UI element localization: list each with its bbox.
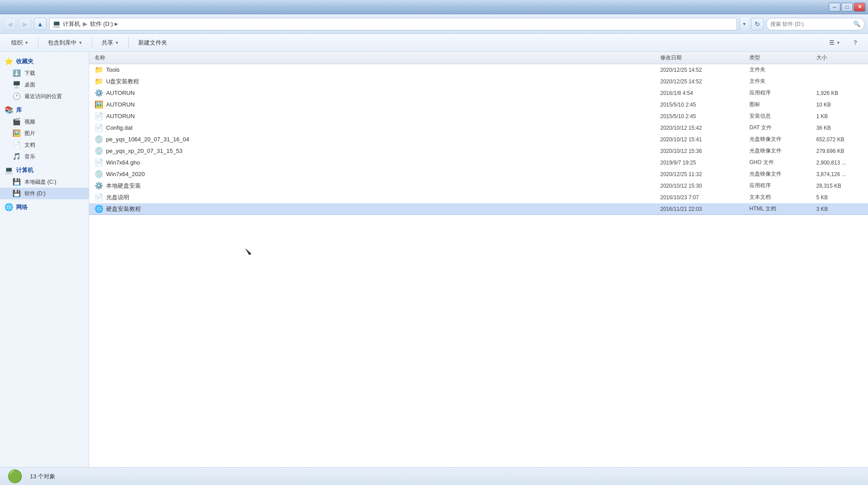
file-size-cell: 2,900,813 ... [813, 160, 866, 166]
sidebar-library-label: 库 [16, 106, 22, 114]
search-bar[interactable]: 🔍 [766, 18, 864, 30]
file-name: AUTORUN [106, 101, 135, 108]
status-bar: 🟢 13 个对象 [0, 467, 868, 485]
file-size-cell: 36 KB [813, 125, 866, 131]
view-icon: ☰ [829, 39, 835, 46]
sidebar-header-library[interactable]: 📚 库 [0, 104, 89, 116]
file-date-cell: 2015/5/10 2:45 [657, 113, 746, 119]
file-name-cell: 📁U盘安装教程 [91, 77, 657, 86]
sidebar-header-computer[interactable]: 💻 计算机 [0, 164, 89, 176]
sidebar-download-label: 下载 [25, 70, 35, 77]
file-name: Win7x64.gho [106, 159, 140, 166]
sidebar-item-desktop[interactable]: 🖥️ 桌面 [0, 79, 89, 90]
column-headers: 名称 修改日期 类型 大小 [89, 52, 868, 64]
toolbar-sep-3 [128, 37, 129, 48]
sidebar-item-pictures[interactable]: 🖼️ 图片 [0, 127, 89, 139]
file-name: 硬盘安装教程 [106, 205, 141, 213]
col-header-modified[interactable]: 修改日期 [657, 54, 746, 62]
forward-button[interactable]: ▶ [19, 18, 31, 30]
sidebar-item-download[interactable]: ⬇️ 下载 [0, 67, 89, 79]
file-type-cell: 文件夹 [746, 78, 813, 85]
col-header-size[interactable]: 大小 [813, 54, 866, 62]
file-size-cell: 28,315 KB [813, 183, 866, 189]
file-type-cell: DAT 文件 [746, 124, 813, 132]
address-bar[interactable]: 💻 计算机 ▶ 软件 (D:) ▶ [49, 18, 737, 30]
file-icon: ⚙️ [95, 181, 103, 190]
file-type-cell: 文本文档 [746, 193, 813, 201]
table-row[interactable]: ⚙️AUTORUN2016/1/8 4:54应用程序1,926 KB [89, 87, 868, 99]
sidebar-section-computer: 💻 计算机 💾 本地磁盘 (C:) 💾 软件 (D:) [0, 164, 89, 199]
maximize-button[interactable]: □ [841, 3, 853, 12]
view-button[interactable]: ☰ ▼ [823, 36, 846, 49]
table-row[interactable]: 💿pe_yqs_1064_20_07_31_16_042020/10/12 15… [89, 134, 868, 145]
table-row[interactable]: 📄光盘说明2016/10/23 7:07文本文档5 KB [89, 192, 868, 203]
file-name: AUTORUN [106, 113, 135, 119]
file-name: AUTORUN [106, 90, 135, 96]
table-row[interactable]: 📄AUTORUN2015/5/10 2:45安装信息1 KB [89, 111, 868, 122]
organize-button[interactable]: 组织 ▼ [5, 36, 34, 49]
breadcrumb-sep: ▶ [83, 21, 87, 27]
file-name-cell: 🖼️AUTORUN [91, 100, 657, 109]
refresh-button[interactable]: ↻ [751, 18, 764, 30]
main-layout: ⭐ 收藏夹 ⬇️ 下载 🖥️ 桌面 🕐 最近访问的位置 📚 库 🎬 [0, 52, 868, 467]
table-row[interactable]: 📄Win7x64.gho2019/9/7 19:25GHO 文件2,900,81… [89, 157, 868, 169]
table-row[interactable]: 📄Config.dat2020/10/12 15:42DAT 文件36 KB [89, 122, 868, 134]
file-date-cell: 2016/11/21 22:03 [657, 206, 746, 212]
sidebar-item-music[interactable]: 🎵 音乐 [0, 151, 89, 162]
sidebar-recent-label: 最近访问的位置 [25, 93, 62, 100]
table-row[interactable]: 🌐硬盘安装教程2016/11/21 22:03HTML 文档3 KB [89, 203, 868, 215]
sidebar-item-documents[interactable]: 📄 文档 [0, 139, 89, 151]
navigation-bar: ◀ ▶ ▲ 💻 计算机 ▶ 软件 (D:) ▶ ▼ ↻ 🔍 [0, 14, 868, 34]
sidebar-section-network: 🌐 网络 [0, 201, 89, 213]
sidebar-section-library: 📚 库 🎬 视频 🖼️ 图片 📄 文档 🎵 音乐 [0, 104, 89, 162]
file-type-cell: 光盘映像文件 [746, 136, 813, 143]
window-controls: ─ □ ✕ [829, 3, 865, 12]
close-button[interactable]: ✕ [854, 3, 865, 12]
help-button[interactable]: ? [848, 36, 863, 49]
sidebar-header-network[interactable]: 🌐 网络 [0, 201, 89, 213]
address-dropdown[interactable]: ▼ [740, 18, 749, 30]
share-button[interactable]: 共享 ▼ [96, 36, 125, 49]
sidebar-desktop-label: 桌面 [25, 81, 35, 89]
search-input[interactable] [770, 21, 852, 27]
file-icon: 🌐 [95, 205, 103, 213]
file-icon: 📄 [95, 123, 103, 132]
sidebar-item-recent[interactable]: 🕐 最近访问的位置 [0, 90, 89, 102]
new-folder-button[interactable]: 新建文件夹 [132, 36, 173, 49]
file-name-cell: ⚙️本地硬盘安装 [91, 181, 657, 190]
favorites-icon: ⭐ [4, 57, 13, 66]
table-row[interactable]: ⚙️本地硬盘安装2020/10/12 15:30应用程序28,315 KB [89, 180, 868, 192]
sidebar-item-c-drive[interactable]: 💾 本地磁盘 (C:) [0, 176, 89, 188]
table-row[interactable]: 💿Win7x64_20202020/12/25 11:32光盘映像文件3,874… [89, 169, 868, 180]
sidebar-item-video[interactable]: 🎬 视频 [0, 116, 89, 127]
col-header-name[interactable]: 名称 [91, 54, 657, 62]
col-header-type[interactable]: 类型 [746, 54, 813, 62]
search-icon[interactable]: 🔍 [853, 21, 860, 27]
sidebar-music-label: 音乐 [25, 153, 35, 160]
sidebar-computer-label: 计算机 [16, 166, 33, 174]
file-name-cell: ⚙️AUTORUN [91, 89, 657, 97]
pictures-icon: 🖼️ [12, 129, 21, 137]
minimize-button[interactable]: ─ [829, 3, 840, 12]
file-name-cell: 💿Win7x64_2020 [91, 170, 657, 178]
sidebar-item-d-drive[interactable]: 💾 软件 (D:) [0, 188, 89, 199]
file-icon: 📄 [95, 193, 103, 201]
file-name: pe_yqs_1064_20_07_31_16_04 [106, 136, 189, 143]
file-name-cell: 📄Config.dat [91, 123, 657, 132]
sidebar-header-favorites[interactable]: ⭐ 收藏夹 [0, 55, 89, 67]
file-name: Config.dat [106, 124, 132, 131]
table-row[interactable]: 💿pe_yqs_xp_20_07_31_15_532020/10/12 15:3… [89, 145, 868, 157]
back-button[interactable]: ◀ [4, 18, 16, 30]
file-icon: 📁 [95, 77, 103, 86]
up-button[interactable]: ▲ [34, 18, 46, 30]
file-date-cell: 2020/10/12 15:30 [657, 183, 746, 189]
file-name-cell: 💿pe_yqs_1064_20_07_31_16_04 [91, 135, 657, 144]
table-row[interactable]: 📁Tools2020/12/25 14:52文件夹 [89, 64, 868, 76]
file-size-cell: 279,696 KB [813, 148, 866, 154]
library-button[interactable]: 包含到库中 ▼ [42, 36, 88, 49]
sidebar-section-favorites: ⭐ 收藏夹 ⬇️ 下载 🖥️ 桌面 🕐 最近访问的位置 [0, 55, 89, 102]
table-row[interactable]: 🖼️AUTORUN2015/5/10 2:45图标10 KB [89, 99, 868, 111]
file-name-cell: 📄Win7x64.gho [91, 158, 657, 167]
file-name: Tools [106, 66, 119, 73]
table-row[interactable]: 📁U盘安装教程2020/12/25 14:52文件夹 [89, 76, 868, 87]
